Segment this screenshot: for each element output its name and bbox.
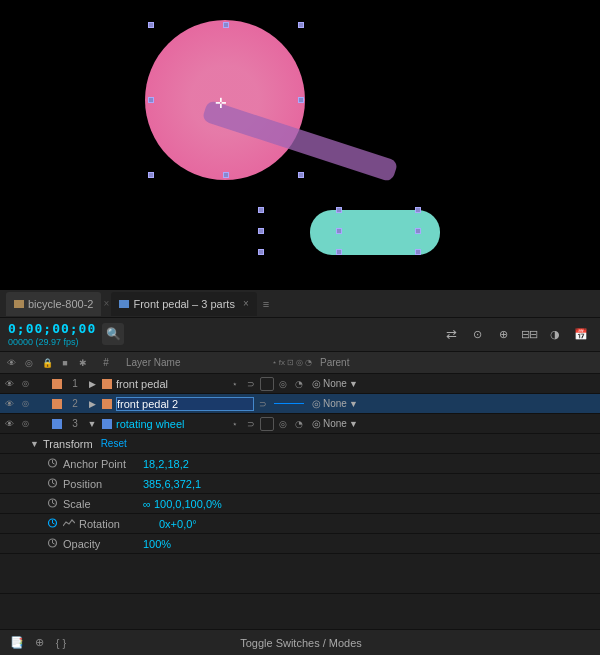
transform-reset-button[interactable]: Reset: [101, 438, 127, 449]
tab-menu-icon[interactable]: ≡: [263, 298, 275, 310]
preview-canvas: ✛: [0, 0, 600, 290]
toolbar-btn-4[interactable]: ⊟⊟: [518, 324, 540, 346]
layer-2-lock[interactable]: [34, 397, 48, 411]
rotation-value[interactable]: 0x+0,0°: [159, 518, 197, 530]
selection-handle: [148, 172, 154, 178]
scale-stopwatch[interactable]: [45, 497, 59, 510]
search-button[interactable]: 🔍: [102, 323, 124, 345]
layer-1-color: [102, 379, 112, 389]
layer-3-sw4[interactable]: ◎: [276, 417, 290, 431]
svg-line-14: [52, 543, 54, 544]
opacity-value[interactable]: 100%: [143, 538, 171, 550]
layer-1-sw4[interactable]: ◎: [276, 377, 290, 391]
rotation-stopwatch[interactable]: [45, 517, 59, 530]
layer-1-sw1[interactable]: ⋆: [228, 377, 242, 391]
selection-handle: [223, 172, 229, 178]
sw1: ⋆: [272, 358, 277, 367]
rotation-graph-icon[interactable]: [63, 518, 75, 530]
selection-handle: [336, 207, 342, 213]
layer-1-parent-value: None: [323, 378, 347, 389]
layer-2-parent-link[interactable]: ◎: [312, 398, 321, 409]
toolbar-btn-3[interactable]: ⊕: [492, 324, 514, 346]
transform-expand-icon[interactable]: ▼: [30, 439, 39, 449]
layer-2-left: 👁 ◎ 2 ▶ front pedal 2 ⊃: [0, 397, 308, 411]
layer-3-visibility[interactable]: 👁: [2, 417, 16, 431]
layer-3-left: 👁 ◎ 3 ▼ rotating wheel ⋆ ⊃ ◎ ◔: [0, 417, 308, 431]
sw5: ◔: [305, 358, 312, 367]
col-num-header: #: [96, 357, 116, 368]
layer-1-sw3[interactable]: [260, 377, 274, 391]
timeline-panel: bicycle-800-2 × Front pedal – 3 parts × …: [0, 290, 600, 655]
anchor-value[interactable]: 18,2,18,2: [143, 458, 189, 470]
layer-2-parent-dropdown[interactable]: ▼: [349, 399, 358, 409]
settings-icon[interactable]: { }: [52, 634, 70, 652]
layer-1-sw2[interactable]: ⊃: [244, 377, 258, 391]
layer-2-parent: ◎ None ▼: [312, 398, 600, 409]
layer-1-expand[interactable]: ▶: [86, 378, 98, 390]
layer-1-parent-dropdown[interactable]: ▼: [349, 379, 358, 389]
toolbar-btn-2[interactable]: ⊙: [466, 324, 488, 346]
layer-row-1[interactable]: 👁 ◎ 1 ▶ front pedal ⋆ ⊃ ◎ ◔ ◎ None: [0, 374, 600, 394]
selection-handle: [223, 22, 229, 28]
layer-2-label[interactable]: [52, 399, 62, 409]
layer-row-3[interactable]: 👁 ◎ 3 ▼ rotating wheel ⋆ ⊃ ◎ ◔ ◎ None: [0, 414, 600, 434]
layer-2-expand[interactable]: ▶: [86, 398, 98, 410]
layer-3-sw5[interactable]: ◔: [292, 417, 306, 431]
layer-1-parent-link[interactable]: ◎: [312, 378, 321, 389]
layer-3-name: rotating wheel: [116, 418, 226, 430]
layer-3-sw1[interactable]: ⋆: [228, 417, 242, 431]
opacity-stopwatch[interactable]: [45, 537, 59, 550]
layer-3-parent-link[interactable]: ◎: [312, 418, 321, 429]
tab-label-front-pedal: Front pedal – 3 parts: [133, 298, 235, 310]
layer-2-audio[interactable]: ◎: [18, 397, 32, 411]
layer-1-lock[interactable]: [34, 377, 48, 391]
position-label: Position: [63, 478, 143, 490]
layer-2-parent-value: None: [323, 398, 347, 409]
layer-row-2[interactable]: 👁 ◎ 2 ▶ front pedal 2 ⊃ ◎ None ▼: [0, 394, 600, 414]
compose-icon[interactable]: 📑: [8, 634, 26, 652]
scale-value[interactable]: ∞ 100,0,100,0%: [143, 498, 222, 510]
prop-row-rotation: ◀ ▶ Rotation 0x+0,0°: [0, 514, 600, 534]
toolbar-btn-6[interactable]: 📅: [570, 324, 592, 346]
toggle-switches-label[interactable]: Toggle Switches / Modes: [240, 637, 362, 649]
prop-row-position: Position 385,6,372,1: [0, 474, 600, 494]
prop-row-scale: Scale ∞ 100,0,100,0%: [0, 494, 600, 514]
col-icons: 👁 ◎ 🔒 ■ ✱: [4, 356, 90, 370]
prop-row-opacity: Opacity 100%: [0, 534, 600, 554]
layer-3-label[interactable]: [52, 419, 62, 429]
opacity-label: Opacity: [63, 538, 143, 550]
layer-1-switches: ⋆ ⊃ ◎ ◔: [228, 377, 306, 391]
layers-icon[interactable]: ⊕: [30, 634, 48, 652]
layer-3-audio[interactable]: ◎: [18, 417, 32, 431]
layer-1-audio[interactable]: ◎: [18, 377, 32, 391]
transform-section: ▼ Transform Reset Anchor Point 18,2,18,2…: [0, 434, 600, 554]
layer-2-visibility[interactable]: 👁: [2, 397, 16, 411]
layer-1-visibility[interactable]: 👁: [2, 377, 16, 391]
layer-1-left: 👁 ◎ 1 ▶ front pedal ⋆ ⊃ ◎ ◔: [0, 377, 308, 391]
layer-3-parent: ◎ None ▼: [312, 418, 600, 429]
layer-2-name[interactable]: front pedal 2: [116, 397, 254, 411]
tab-front-pedal[interactable]: Front pedal – 3 parts ×: [111, 292, 256, 316]
layer-2-sw-line: [274, 403, 304, 404]
toolbar-btn-5[interactable]: ◑: [544, 324, 566, 346]
layer-1-sw5[interactable]: ◔: [292, 377, 306, 391]
col-icon-color: ■: [58, 356, 72, 370]
layer-3-parent-dropdown[interactable]: ▼: [349, 419, 358, 429]
sw3: ⊡: [287, 358, 294, 367]
position-value[interactable]: 385,6,372,1: [143, 478, 201, 490]
layer-3-sw2[interactable]: ⊃: [244, 417, 258, 431]
anchor-stopwatch[interactable]: [45, 457, 59, 470]
col-icon-eye: 👁: [4, 356, 18, 370]
tab-bicycle[interactable]: bicycle-800-2: [6, 292, 101, 316]
layer-3-parent-value: None: [323, 418, 347, 429]
selection-handle: [415, 207, 421, 213]
layer-2-sw1[interactable]: ⊃: [256, 397, 270, 411]
tab-close-button[interactable]: ×: [243, 298, 249, 309]
position-stopwatch[interactable]: [45, 477, 59, 490]
layer-3-sw3[interactable]: [260, 417, 274, 431]
toolbar-btn-1[interactable]: ⇄: [440, 324, 462, 346]
layer-3-expand[interactable]: ▼: [86, 418, 98, 430]
layer-3-lock[interactable]: [34, 417, 48, 431]
layer-1-label[interactable]: [52, 379, 62, 389]
transform-header-row[interactable]: ▼ Transform Reset: [0, 434, 600, 454]
